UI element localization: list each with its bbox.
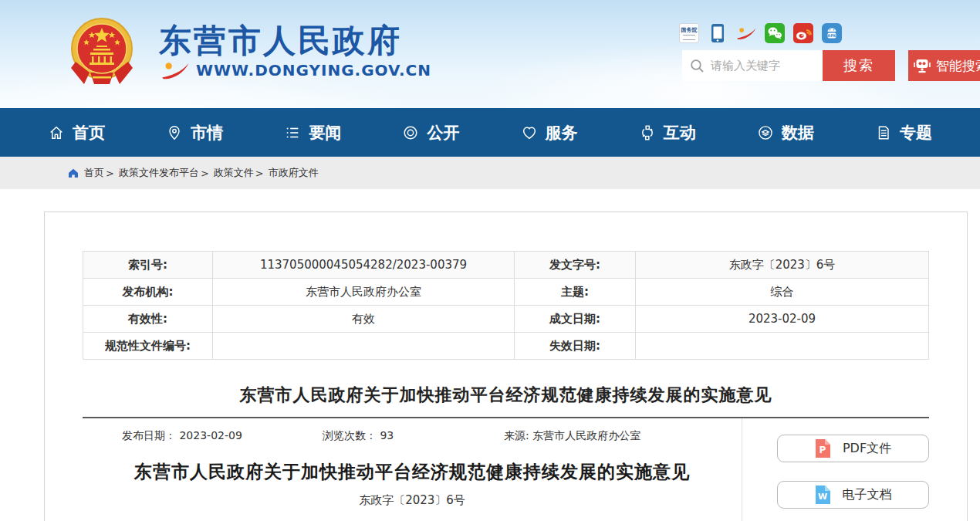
meta-value-agency: 东营市人民政府办公室 <box>213 279 515 306</box>
app-text: APK <box>827 33 837 38</box>
meta-value-topic: 综合 <box>636 279 929 306</box>
gov-client-icon[interactable]: 国务院 <box>679 23 699 43</box>
nav-item-disclosure[interactable]: 公开 <box>402 122 459 144</box>
site-mark-icon[interactable] <box>736 23 756 43</box>
table-row: 有效性: 有效 成文日期: 2023-02-09 <box>83 306 929 333</box>
document-title: 东营市人民政府关于加快推动平台经济规范健康持续发展的实施意见 <box>83 460 742 484</box>
mobile-icon[interactable] <box>708 23 728 43</box>
table-row: 发布机构: 东营市人民政府办公室 主题: 综合 <box>83 279 929 306</box>
breadcrumb: 首页 > 政策文件发布平台 > 政策文件 > 市政府文件 <box>0 157 980 189</box>
site-logo[interactable]: 东营市人民政府 WWW.DONGYING.GOV.CN <box>69 17 431 88</box>
main-nav: 首页 市情 要闻 公开 服务 互动 <box>0 108 980 157</box>
home-icon <box>48 124 65 141</box>
meta-value-validity: 有效 <box>213 306 515 333</box>
page-body: 索引号: 113705000045054282/2023-00379 发文字号:… <box>0 189 980 521</box>
publish-date-label: 发布日期： <box>122 429 176 441</box>
article-area: 发布日期： 2023-02-09 浏览次数： 93 来源: 东营市人民政府办公室… <box>83 418 742 521</box>
word-file-icon: W <box>815 485 831 505</box>
nav-item-city[interactable]: 市情 <box>166 122 223 144</box>
doc-meta-table: 索引号: 113705000045054282/2023-00379 发文字号:… <box>83 251 929 360</box>
views-label: 浏览次数： <box>323 429 377 441</box>
site-title: 东营市人民政府 <box>159 23 431 59</box>
breadcrumb-link-policy-files[interactable]: 政策文件 <box>214 166 254 180</box>
document-number: 东政字〔2023〕6号 <box>83 493 742 508</box>
nav-item-services[interactable]: 服务 <box>521 122 578 144</box>
heart-icon <box>521 124 538 141</box>
pdf-button-label: PDF文件 <box>843 441 891 457</box>
meta-value-docno: 东政字〔2023〕6号 <box>636 252 929 279</box>
app-download-icon[interactable]: APK <box>822 23 842 43</box>
word-download-button[interactable]: W 电子文档 <box>777 481 929 509</box>
nav-item-home[interactable]: 首页 <box>48 122 105 144</box>
breadcrumb-link-platform[interactable]: 政策文件发布平台 <box>119 166 199 180</box>
document-card: 索引号: 113705000045054282/2023-00379 发文字号:… <box>44 211 968 521</box>
meta-label-date: 成文日期: <box>515 306 636 333</box>
list-icon <box>284 124 301 141</box>
search-icon <box>690 59 705 73</box>
meta-label-normative-no: 规范性文件编号: <box>83 333 213 360</box>
search-box <box>682 50 823 81</box>
smart-search-label: 智能搜索 <box>936 57 980 75</box>
meta-value-expiry <box>636 333 929 360</box>
meta-label-docno: 发文字号: <box>515 252 636 279</box>
document-list-title: 东营市人民政府关于加快推动平台经济规范健康持续发展的实施意见 <box>83 384 929 407</box>
wechat-icon[interactable] <box>765 23 785 43</box>
logo-swoosh-icon <box>161 61 190 80</box>
meta-value-date: 2023-02-09 <box>636 306 929 333</box>
pdf-download-button[interactable]: P PDF文件 <box>777 435 929 462</box>
publish-date: 2023-02-09 <box>179 429 242 441</box>
nav-item-interaction[interactable]: 互动 <box>639 122 696 144</box>
meta-value-index: 113705000045054282/2023-00379 <box>213 252 515 279</box>
search-input[interactable] <box>711 59 817 73</box>
meta-label-index: 索引号: <box>83 252 213 279</box>
meta-value-normative-no <box>213 333 515 360</box>
attachments-panel: P PDF文件 W 电子文档 <box>742 418 929 521</box>
table-row: 索引号: 113705000045054282/2023-00379 发文字号:… <box>83 252 929 279</box>
page: { "header": { "site_title": "东营市人民政府", "… <box>0 0 980 521</box>
map-pin-icon <box>166 124 183 141</box>
word-button-label: 电子文档 <box>843 487 892 503</box>
source-label: 来源: <box>504 429 529 441</box>
breadcrumb-link-home[interactable]: 首页 <box>84 166 104 180</box>
exchange-icon <box>639 124 656 141</box>
smart-search-button[interactable]: 智能搜索 <box>908 50 980 81</box>
meta-label-topic: 主题: <box>515 279 636 306</box>
breadcrumb-home-icon <box>68 168 79 178</box>
meta-label-expiry: 失效日期: <box>515 333 636 360</box>
site-url: WWW.DONGYING.GOV.CN <box>196 61 431 80</box>
robot-icon <box>913 56 931 75</box>
pdf-file-icon: P <box>815 438 831 458</box>
article-meta-row: 发布日期： 2023-02-09 浏览次数： 93 来源: 东营市人民政府办公室 <box>83 429 742 443</box>
nav-item-news[interactable]: 要闻 <box>284 122 341 144</box>
site-header: 东营市人民政府 WWW.DONGYING.GOV.CN 国务院 <box>0 0 980 108</box>
nav-item-data[interactable]: 数据 <box>757 122 814 144</box>
circle-eye-icon <box>402 124 419 141</box>
quick-links: 国务院 <box>679 23 842 43</box>
breadcrumb-current[interactable]: 市政府文件 <box>269 166 319 180</box>
svg-text:W: W <box>817 492 826 502</box>
nav-item-topics[interactable]: 专题 <box>875 122 932 144</box>
meta-label-validity: 有效性: <box>83 306 213 333</box>
svg-text:P: P <box>819 445 826 455</box>
views-count: 93 <box>380 429 394 441</box>
weibo-icon[interactable] <box>793 23 813 43</box>
document-icon <box>875 124 892 141</box>
layers-icon <box>757 124 774 141</box>
national-emblem-icon <box>69 17 134 88</box>
search-bar: 搜索 <box>682 50 895 81</box>
table-row: 规范性文件编号: 失效日期: <box>83 333 929 360</box>
source-value: 东营市人民政府办公室 <box>532 429 640 441</box>
meta-label-agency: 发布机构: <box>83 279 213 306</box>
search-button[interactable]: 搜索 <box>823 50 895 81</box>
